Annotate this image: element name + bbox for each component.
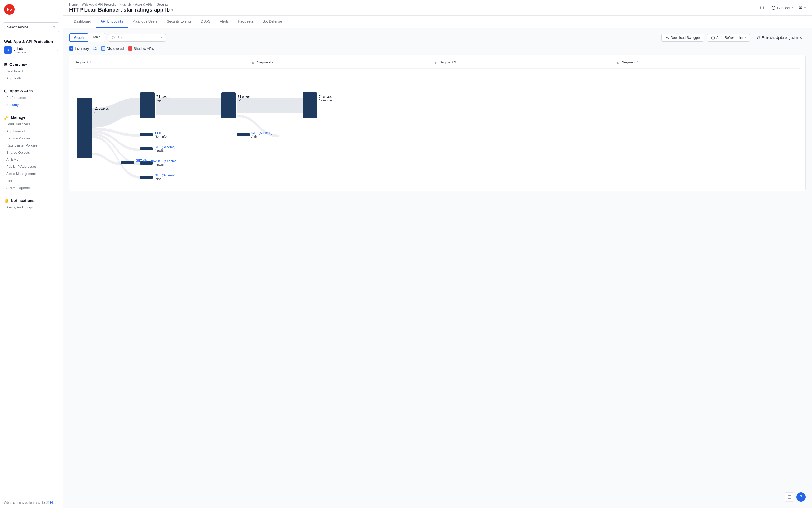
tab-bot-defense[interactable]: Bot Defense bbox=[258, 16, 287, 28]
content-area: Graph Table Search ▼ Download Swagger Au… bbox=[63, 28, 812, 508]
overview-title: ⊞ Overview bbox=[0, 59, 62, 68]
inventory-label: Inventory bbox=[75, 47, 89, 51]
sidebar-item-alerts-mgmt[interactable]: Alerts Management › bbox=[0, 170, 62, 177]
sidebar-item-api-management[interactable]: API Management › bbox=[0, 184, 62, 192]
webapp-section: Web App & API Protection G github Namesp… bbox=[0, 35, 62, 57]
tab-requests[interactable]: Requests bbox=[233, 16, 258, 28]
root-get-link[interactable]: GET (Schema) bbox=[136, 159, 157, 163]
support-button[interactable]: Support ▾ bbox=[771, 6, 793, 10]
newitem-post-label: POST (Schema) /newItem bbox=[154, 159, 178, 167]
tab-api-endpoints[interactable]: API Endpoints bbox=[96, 16, 128, 28]
sidebar-item-rate-limiter[interactable]: Rate Limiter Policies › bbox=[0, 142, 62, 149]
sidebar-item-shared-objects[interactable]: Shared Objects › bbox=[0, 149, 62, 156]
select-service-chevron-icon: ▼ bbox=[53, 26, 55, 29]
sidebar-item-security[interactable]: Security bbox=[0, 101, 62, 108]
namespace-avatar: G bbox=[4, 46, 11, 54]
iteminfo-link[interactable]: 1 Leaf - bbox=[154, 131, 166, 135]
discovered-checkbox[interactable]: ✓ bbox=[101, 46, 105, 51]
search-chevron-icon: ▼ bbox=[160, 36, 162, 39]
notification-bell-button[interactable] bbox=[758, 4, 766, 12]
user-menu-button[interactable]: ▾ bbox=[798, 5, 806, 10]
search-box[interactable]: Search ▼ bbox=[108, 34, 166, 42]
sidebar-item-public-ip[interactable]: Public IP Addresses bbox=[0, 163, 62, 170]
shadow-label: Shadow APIs bbox=[134, 47, 154, 51]
rate-limiter-chevron-icon: › bbox=[55, 144, 56, 147]
namespace-label: Namespace bbox=[14, 51, 56, 54]
namespace-info: github Namespace bbox=[14, 47, 56, 54]
breadcrumb-github[interactable]: github bbox=[122, 3, 131, 6]
notifications-section: 🔔 Notifications Alerts, Audit Logs bbox=[0, 194, 62, 213]
alerts-mgmt-chevron-icon: › bbox=[55, 172, 56, 175]
rating-item-node[interactable] bbox=[302, 92, 317, 119]
id-bar bbox=[237, 133, 250, 136]
newitem-get-label: GET (Schema) /newItem bbox=[154, 145, 176, 153]
refresh-button[interactable]: Refresh: Updated just now bbox=[753, 34, 806, 41]
topnav-left: Home › Web App & API Protection › github… bbox=[69, 3, 173, 13]
api-node[interactable] bbox=[140, 92, 154, 119]
breadcrumb-security[interactable]: Security bbox=[157, 3, 168, 6]
inventory-filter[interactable]: ✓ Inventory : 12 bbox=[69, 46, 97, 51]
rating-item-node-label: 7 Leaves - /rating-item bbox=[319, 95, 334, 102]
select-service-button[interactable]: Select service ▼ bbox=[3, 22, 59, 32]
sidebar-item-alerts-audit[interactable]: Alerts, Audit Logs bbox=[0, 204, 62, 211]
table-view-button[interactable]: Table bbox=[88, 33, 105, 42]
id-link[interactable]: GET (Schema) bbox=[251, 131, 273, 135]
sidebar-item-app-firewall[interactable]: App Firewall bbox=[0, 128, 62, 135]
search-placeholder: Search bbox=[117, 36, 128, 40]
root-get-label: GET (Schema) / bbox=[136, 159, 157, 166]
iteminfo-bar bbox=[140, 133, 153, 136]
iteminfo-label: 1 Leaf - /itemInfo bbox=[154, 131, 166, 138]
sidebar-item-dashboard[interactable]: Dashboard bbox=[0, 68, 62, 75]
breadcrumb-apps[interactable]: Apps & APIs bbox=[135, 3, 153, 6]
page-title-chevron-icon[interactable]: ▾ bbox=[171, 8, 173, 12]
manage-section: 🔑 Manage Load Balancers › App Firewall S… bbox=[0, 110, 62, 194]
inventory-count: 12 bbox=[93, 47, 97, 51]
inventory-checkbox[interactable]: ✓ bbox=[69, 46, 73, 51]
sidebar: F5 Select service ▼ Web App & API Protec… bbox=[0, 0, 63, 508]
discovered-filter[interactable]: ✓ Discovered bbox=[101, 46, 124, 51]
sidebar-item-app-traffic[interactable]: App Traffic bbox=[0, 75, 62, 82]
newitem-get-link[interactable]: GET (Schema) bbox=[154, 145, 176, 149]
segments-header: Segment 1 ▶ Segment 2 ▶ Segment 3 ▶ bbox=[75, 60, 800, 69]
tab-dashboard[interactable]: Dashboard bbox=[69, 16, 96, 28]
auto-refresh-button[interactable]: Auto-Refresh: 1m ▾ bbox=[707, 34, 750, 42]
breadcrumb-home[interactable]: Home bbox=[69, 3, 78, 6]
tab-ddos[interactable]: DDoS bbox=[196, 16, 215, 28]
sidebar-item-service-policies[interactable]: Service Policies › bbox=[0, 135, 62, 142]
sidebar-item-performance[interactable]: Performance bbox=[0, 94, 62, 101]
shadow-filter[interactable]: ✓ Shadow APIs bbox=[128, 46, 154, 51]
api-management-chevron-icon: › bbox=[55, 186, 56, 189]
tab-alerts[interactable]: Alerts bbox=[215, 16, 234, 28]
ping-label: GET (Schema) /ping bbox=[154, 173, 176, 181]
breadcrumb-sep-4: › bbox=[154, 3, 155, 6]
root-node[interactable] bbox=[77, 97, 92, 158]
namespace-chevron-icon: ▼ bbox=[56, 49, 58, 52]
refresh-icon bbox=[757, 36, 760, 40]
newitem-get-bar bbox=[140, 147, 153, 151]
sidebar-item-ai-ml[interactable]: AI & ML › bbox=[0, 156, 62, 163]
overview-section: ⊞ Overview Dashboard App Traffic bbox=[0, 57, 62, 84]
apps-title: ⬡ Apps & APIs bbox=[0, 86, 62, 94]
apps-grid-icon: ⬡ bbox=[4, 89, 7, 93]
user-chevron-icon: ▾ bbox=[804, 6, 806, 9]
hide-link[interactable]: Hide bbox=[50, 501, 57, 505]
sidebar-item-load-balancers[interactable]: Load Balancers › bbox=[0, 121, 62, 128]
v1-node-label: 7 Leaves - /v1 bbox=[238, 95, 252, 102]
discovered-label: Discovered bbox=[107, 47, 124, 51]
tab-malicious-users[interactable]: Malicious Users bbox=[128, 16, 162, 28]
sankey-diagram: 11 Leaves - / 7 Leaves - /api 7 Leaves -… bbox=[75, 71, 800, 181]
newitem-post-link[interactable]: POST (Schema) bbox=[154, 159, 178, 163]
download-swagger-button[interactable]: Download Swagger bbox=[661, 34, 704, 42]
collapse-button[interactable] bbox=[785, 492, 794, 502]
manage-title: 🔑 Manage bbox=[0, 113, 62, 121]
shadow-checkbox[interactable]: ✓ bbox=[128, 46, 132, 51]
breadcrumb-webapp[interactable]: Web App & API Protection bbox=[82, 3, 118, 6]
page-title: HTTP Load Balancer: star-ratings-app-lb … bbox=[69, 7, 173, 13]
sidebar-item-files[interactable]: Files › bbox=[0, 177, 62, 184]
v1-node[interactable] bbox=[221, 92, 236, 119]
ping-link[interactable]: GET (Schema) bbox=[154, 173, 176, 177]
namespace-item[interactable]: G github Namespace ▼ bbox=[0, 45, 62, 55]
help-button[interactable]: ? bbox=[796, 492, 806, 502]
graph-view-button[interactable]: Graph bbox=[69, 33, 88, 42]
tab-security-events[interactable]: Security Events bbox=[162, 16, 196, 28]
